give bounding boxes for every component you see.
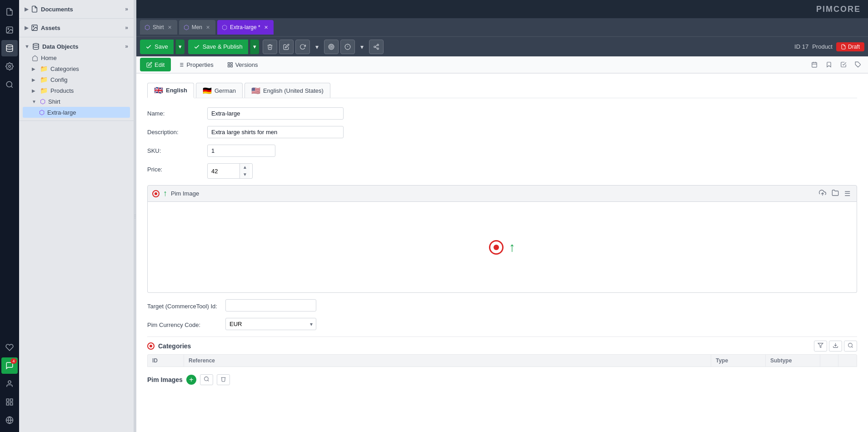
bookmark-icon[interactable] [823,58,835,71]
tree-item-categories[interactable]: ▶ 📁 Categories [23,63,130,74]
sidebar-icon-strip: 4 [0,0,19,432]
lang-tab-english[interactable]: 🇬🇧 English [147,83,194,98]
lang-tab-english-us[interactable]: 🇺🇸 English (United States) [244,83,330,98]
svg-point-45 [848,343,853,347]
edit-button[interactable] [279,40,294,54]
assets-tree-icon [31,24,38,31]
save-publish-button[interactable]: Save & Publish [188,40,248,54]
pim-image-section: ↑ Pim Image ☰ [147,185,857,293]
sku-input[interactable] [207,145,275,157]
tree-item-products[interactable]: ▶ 📁 Products [23,85,130,96]
save-publish-label: Save & Publish [203,43,243,50]
tab-shirt-label: Shirt [153,24,164,30]
tab-shirt-close[interactable]: ✕ [167,25,173,30]
currency-select[interactable]: EUR USD GBP [225,318,316,330]
tab-properties[interactable]: Properties [172,58,219,71]
info-dropdown-button[interactable]: ▾ [357,40,367,54]
sku-label: SKU: [147,145,202,154]
svg-line-46 [852,347,853,347]
tree-item-home[interactable]: Home [23,53,130,63]
documents-tree-label: Documents [41,6,73,13]
globe-icon[interactable] [1,412,18,428]
price-spinner[interactable]: ▲ ▼ [207,163,253,179]
price-arrows: ▲ ▼ [239,164,250,178]
pim-images-section-header: Pim Images + [147,371,857,388]
target-icon [328,44,334,50]
target-button[interactable] [324,40,339,54]
delete-button[interactable] [263,40,277,54]
image-folder-button[interactable] [830,188,841,199]
image-upload-arrow-icon[interactable]: ↑ [163,189,167,198]
publish-check-icon [194,44,200,50]
drop-target-dot [494,245,499,250]
reload-button[interactable] [295,40,310,54]
image-menu-button[interactable]: ☰ [843,188,852,199]
german-label: German [215,87,236,94]
info-button[interactable] [340,40,355,54]
tree-item-extra-large[interactable]: ⬡ Extra-large [23,107,130,118]
main-content: PIMCORE ⬡ Shirt ✕ ⬡ Men ✕ ⬡ Extra-large … [136,0,868,432]
save-button[interactable]: Save [140,40,174,54]
pim-images-add-button[interactable]: + [186,375,196,385]
tree-item-shirt[interactable]: ▼ ⬡ Shirt [23,96,130,107]
tag-icon[interactable] [852,58,864,71]
tab-edit[interactable]: Edit [140,58,171,71]
save-dropdown-button[interactable]: ▾ [175,40,185,54]
data-objects-nav-icon[interactable] [1,40,18,56]
currency-select-wrapper: EUR USD GBP ▾ [225,318,316,330]
tree-item-config[interactable]: ▶ 📁 Config [23,74,130,85]
svg-marker-43 [818,343,823,348]
name-field-row: Name: [147,107,857,120]
data-objects-tree-header[interactable]: ▼ Data Objects » [23,40,130,53]
tasks-icon[interactable] [837,58,850,71]
tab-extra-large[interactable]: ⬡ Extra-large * ✕ [217,20,274,35]
tab-extra-large-close[interactable]: ✕ [263,25,269,30]
pim-images-delete-button[interactable] [217,374,230,385]
categories-search-button[interactable] [844,341,857,352]
search-nav-icon[interactable] [1,76,18,93]
lang-tab-german[interactable]: 🇩🇪 German [196,83,243,98]
svg-point-3 [9,65,11,68]
tab-men-close[interactable]: ✕ [205,25,211,30]
price-field-row: Price: ▲ ▼ [147,163,857,179]
pim-images-search-button[interactable] [200,374,213,385]
categories-export-button[interactable] [829,341,842,352]
settings-nav-icon[interactable] [1,58,18,75]
english-us-flag: 🇺🇸 [251,86,260,95]
price-down-button[interactable]: ▼ [240,171,250,178]
tree-item-shirt-label: Shirt [48,98,60,105]
edit-icon [283,44,289,50]
user-icon[interactable] [1,376,18,392]
description-input[interactable] [207,126,344,138]
assets-tree-header[interactable]: ▶ Assets » [23,21,130,34]
tab-men-icon: ⬡ [184,24,189,31]
object-type: Product [812,43,833,50]
notifications-icon[interactable]: 4 [1,357,18,374]
name-input[interactable] [207,107,344,120]
publish-dropdown-button[interactable]: ▾ [250,40,259,54]
share-button[interactable] [369,40,384,54]
assets-nav-icon[interactable] [1,22,18,38]
tab-versions[interactable]: Versions [221,58,264,71]
svg-point-24 [377,48,379,50]
documents-tree-header[interactable]: ▶ Documents » [23,3,130,15]
price-input[interactable] [208,166,239,177]
price-up-button[interactable]: ▲ [240,164,250,171]
documents-nav-icon[interactable] [1,4,18,20]
tree-item-categories-label: Categories [50,65,79,72]
image-upload-button[interactable] [817,188,828,199]
grid-view-icon[interactable] [1,394,18,410]
tab-men[interactable]: ⬡ Men ✕ [179,20,215,35]
svg-line-48 [208,380,209,381]
reload-dropdown-button[interactable]: ▾ [312,40,322,54]
tab-shirt[interactable]: ⬡ Shirt ✕ [140,20,177,35]
plugin-icon[interactable] [1,339,18,356]
categories-filter-button[interactable] [814,341,827,352]
versions-tab-icon [227,62,233,68]
schedule-icon[interactable] [808,58,821,71]
target-input[interactable] [225,299,316,311]
image-dropzone[interactable]: ↑ [147,202,857,293]
categories-target-icon [147,342,155,350]
draft-icon [841,44,846,50]
sub-toolbar: Edit Properties Versions [136,56,868,74]
